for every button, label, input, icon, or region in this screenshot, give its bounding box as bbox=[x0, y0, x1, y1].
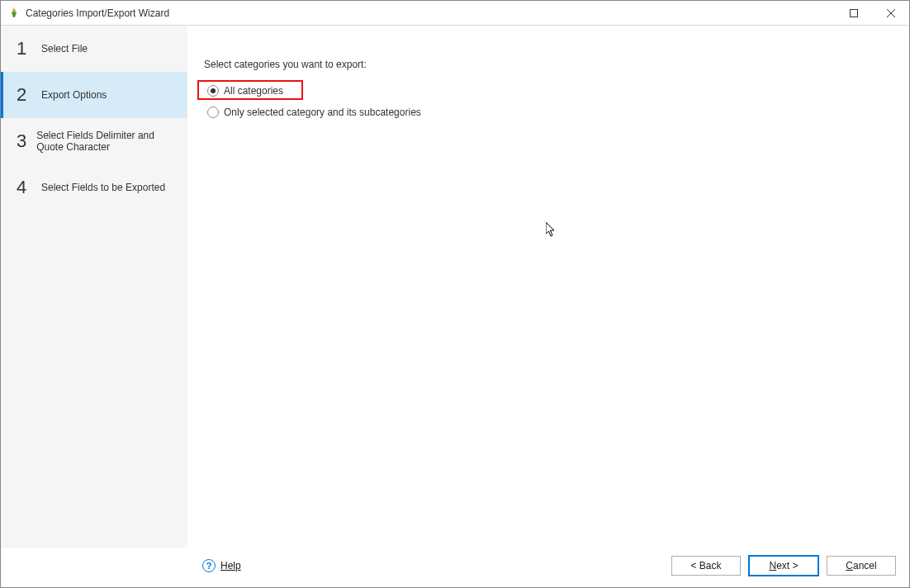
help-label: Help bbox=[220, 560, 241, 571]
help-icon: ? bbox=[202, 559, 216, 572]
step-number: 4 bbox=[17, 177, 35, 198]
svg-rect-0 bbox=[850, 9, 857, 17]
bottombar: ? Help < Back Next > Cancel bbox=[1, 548, 909, 587]
close-icon bbox=[887, 9, 895, 17]
radio-icon bbox=[207, 107, 219, 118]
radio-label: All categories bbox=[224, 85, 283, 97]
instruction-text: Select categories you want to export: bbox=[204, 59, 893, 70]
next-button[interactable]: Next > bbox=[749, 556, 818, 576]
close-button[interactable] bbox=[872, 1, 909, 26]
back-button[interactable]: < Back bbox=[671, 556, 741, 576]
step-label: Select Fields to be Exported bbox=[41, 182, 165, 193]
sidebar: 1 Select File 2 Export Options 3 Select … bbox=[1, 26, 187, 548]
radio-label: Only selected category and its subcatego… bbox=[224, 107, 421, 118]
step-3-delimiter[interactable]: 3 Select Fields Delimiter and Quote Char… bbox=[1, 118, 187, 164]
next-suffix: ext > bbox=[776, 560, 798, 571]
step-2-export-options[interactable]: 2 Export Options bbox=[1, 72, 187, 118]
cancel-prefix: C bbox=[846, 560, 853, 571]
step-4-fields[interactable]: 4 Select Fields to be Exported bbox=[1, 164, 187, 211]
step-number: 2 bbox=[17, 84, 35, 106]
cancel-suffix: ancel bbox=[853, 560, 877, 571]
cancel-button[interactable]: Cancel bbox=[827, 556, 896, 576]
step-number: 1 bbox=[17, 38, 35, 59]
cursor-icon bbox=[546, 222, 559, 239]
window-title: Categories Import/Export Wizard bbox=[26, 7, 169, 19]
back-label: < Back bbox=[690, 560, 721, 571]
maximize-button[interactable] bbox=[835, 1, 872, 26]
main-panel: Select categories you want to export: Al… bbox=[187, 26, 909, 548]
radio-icon bbox=[207, 85, 219, 97]
step-number: 3 bbox=[17, 130, 30, 152]
app-icon bbox=[7, 7, 21, 20]
help-link[interactable]: ? Help bbox=[202, 559, 241, 572]
body: 1 Select File 2 Export Options 3 Select … bbox=[1, 26, 909, 548]
titlebar: Categories Import/Export Wizard bbox=[1, 1, 909, 26]
step-label: Export Options bbox=[41, 89, 107, 101]
step-label: Select Fields Delimiter and Quote Charac… bbox=[36, 130, 179, 154]
radio-only-selected[interactable]: Only selected category and its subcatego… bbox=[204, 103, 893, 121]
next-prefix: N bbox=[769, 560, 776, 571]
wizard-window: Categories Import/Export Wizard 1 Select… bbox=[0, 0, 910, 588]
maximize-icon bbox=[850, 9, 858, 17]
step-1-select-file[interactable]: 1 Select File bbox=[1, 26, 187, 72]
step-label: Select File bbox=[41, 43, 88, 55]
radio-all-categories[interactable]: All categories bbox=[204, 82, 893, 100]
